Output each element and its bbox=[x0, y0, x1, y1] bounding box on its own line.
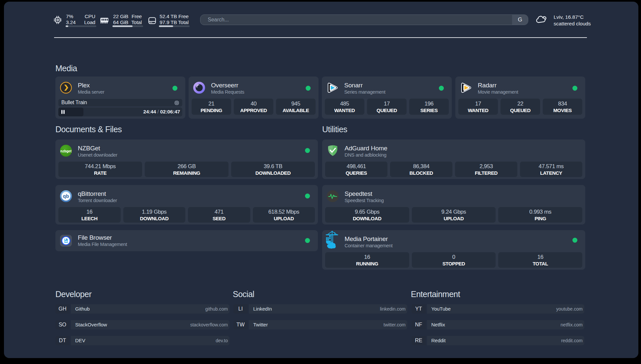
svg-text:qb: qb bbox=[63, 193, 69, 199]
svg-text:nzbget: nzbget bbox=[60, 149, 72, 153]
